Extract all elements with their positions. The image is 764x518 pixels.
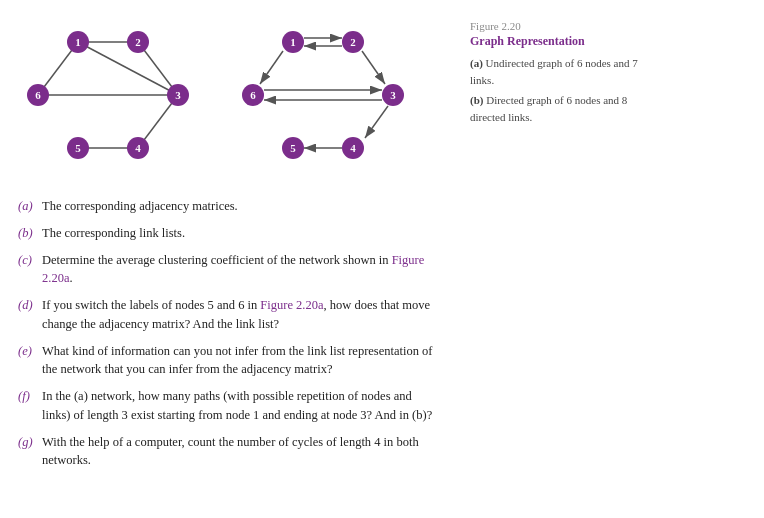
ref-d: Figure 2.20a xyxy=(260,298,323,312)
ref-c: Figure 2.20a xyxy=(42,253,424,286)
node-b-2-label: 2 xyxy=(350,36,356,48)
caption-a: (a) Undirected graph of 6 nodes and 7 li… xyxy=(470,55,646,89)
node-b-3-label: 3 xyxy=(390,89,396,101)
edge-1-3 xyxy=(78,42,178,95)
q-text-e: What kind of information can you not inf… xyxy=(42,342,442,380)
caption-a-label: (a) xyxy=(470,57,483,69)
question-a: (a) The corresponding adjacency matrices… xyxy=(18,197,442,216)
q-label-g: (g) xyxy=(18,433,40,471)
sidebar: Figure 2.20 Graph Representation (a) Und… xyxy=(460,10,660,488)
q-text-c: Determine the average clustering coeffic… xyxy=(42,251,442,289)
q-label-f: (f) xyxy=(18,387,40,425)
question-g: (g) With the help of a computer, count t… xyxy=(18,433,442,471)
page: 1 2 3 4 5 6 xyxy=(0,0,764,498)
node-a-5-label: 5 xyxy=(75,142,81,154)
question-c: (c) Determine the average clustering coe… xyxy=(18,251,442,289)
edge-b-2-3 xyxy=(362,51,385,84)
question-e: (e) What kind of information can you not… xyxy=(18,342,442,380)
figure-title: Graph Representation xyxy=(470,34,646,49)
q-label-b: (b) xyxy=(18,224,40,243)
q-label-c: (c) xyxy=(18,251,40,289)
node-b-5-label: 5 xyxy=(290,142,296,154)
question-b: (b) The corresponding link lists. xyxy=(18,224,442,243)
node-a-2-label: 2 xyxy=(135,36,141,48)
q-text-a: The corresponding adjacency matrices. xyxy=(42,197,442,216)
node-a-6-label: 6 xyxy=(35,89,41,101)
node-a-1-label: 1 xyxy=(75,36,81,48)
question-f: (f) In the (a) network, how many paths (… xyxy=(18,387,442,425)
main-content: 1 2 3 4 5 6 xyxy=(0,10,460,488)
edge-b-3-4 xyxy=(365,106,388,138)
node-b-4-label: 4 xyxy=(350,142,356,154)
graph-a: 1 2 3 4 5 6 xyxy=(18,20,203,179)
node-a-3-label: 3 xyxy=(175,89,181,101)
graph-b: 1 2 3 4 5 6 xyxy=(233,20,428,179)
graph-b-svg: 1 2 3 4 5 6 xyxy=(233,20,428,175)
question-d: (d) If you switch the labels of nodes 5 … xyxy=(18,296,442,334)
figure-label: Figure 2.20 xyxy=(470,20,646,32)
graphs-row: 1 2 3 4 5 6 xyxy=(18,20,442,179)
q-label-e: (e) xyxy=(18,342,40,380)
q-text-d: If you switch the labels of nodes 5 and … xyxy=(42,296,442,334)
figure-captions: (a) Undirected graph of 6 nodes and 7 li… xyxy=(470,55,646,126)
q-label-d: (d) xyxy=(18,296,40,334)
q-label-a: (a) xyxy=(18,197,40,216)
q-text-f: In the (a) network, how many paths (with… xyxy=(42,387,442,425)
node-b-6-label: 6 xyxy=(250,89,256,101)
graph-a-svg: 1 2 3 4 5 6 xyxy=(18,20,203,175)
q-text-g: With the help of a computer, count the n… xyxy=(42,433,442,471)
caption-b-label: (b) xyxy=(470,94,483,106)
caption-b: (b) Directed graph of 6 nodes and 8 dire… xyxy=(470,92,646,126)
node-b-1-label: 1 xyxy=(290,36,296,48)
q-text-b: The corresponding link lists. xyxy=(42,224,442,243)
node-a-4-label: 4 xyxy=(135,142,141,154)
edge-b-1-6 xyxy=(260,51,283,84)
questions-list: (a) The corresponding adjacency matrices… xyxy=(18,197,442,470)
